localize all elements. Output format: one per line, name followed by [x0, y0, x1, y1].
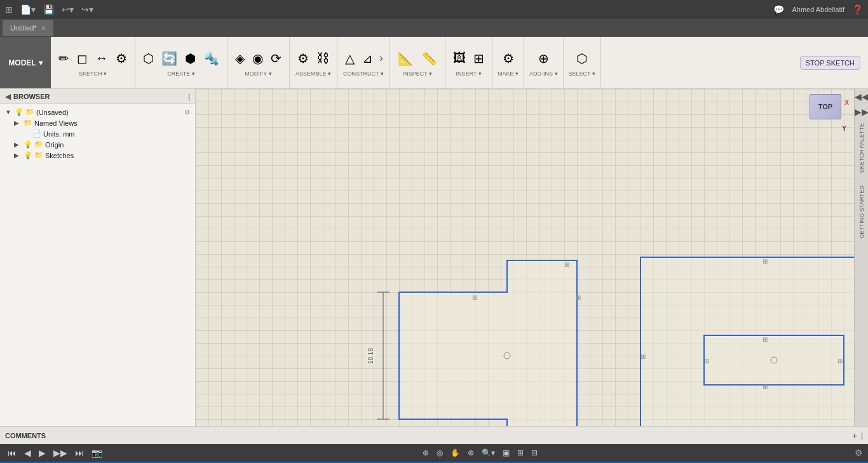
- assemble-icon1: ⚙: [297, 51, 309, 66]
- constraint-inner-bot: ⊞: [763, 383, 768, 390]
- stop-sketch-button[interactable]: STOP SKETCH: [800, 56, 860, 70]
- sketch-palette-label[interactable]: SKETCH PALETTE: [857, 119, 866, 177]
- sketch-line-btn[interactable]: ✏: [56, 49, 72, 68]
- create-extrude-btn[interactable]: ⬡: [140, 49, 156, 68]
- construct-icon1: △: [345, 51, 355, 66]
- create-pipe-btn[interactable]: ⬢: [182, 49, 198, 68]
- sketch-dim-btn[interactable]: ↔: [93, 49, 111, 67]
- modify-btn1[interactable]: ◈: [233, 49, 247, 68]
- tree-item-units[interactable]: 📄 Units: mm: [20, 128, 193, 139]
- panel-arrow-right[interactable]: ▶▶: [852, 104, 869, 119]
- chat-icon[interactable]: 💬: [773, 4, 784, 15]
- insert-icon2: ⊞: [473, 51, 484, 66]
- save-icon[interactable]: 💾: [43, 4, 54, 15]
- inspect-btn1[interactable]: 📐: [395, 49, 416, 68]
- browser-tree: ▼ 💡 📁 (Unsaved) ⚙ ▶ 📁 Named Views 📄 Unit…: [0, 104, 195, 426]
- canvas-area[interactable]: ⊞ ⊞ ⊞ ⊞ ⊞ ⊞ ⊞ ⊞ ⊞ ⊞ ⊞ ⊞ ⊞ ⊞ 10.18 TOP X …: [196, 89, 868, 426]
- comments-label: COMMENTS: [5, 432, 46, 440]
- playback-next-icon[interactable]: ▶▶: [51, 446, 70, 459]
- constraint-left-r: ⊞: [641, 353, 646, 360]
- construct-btn2[interactable]: ⊿: [360, 49, 376, 68]
- toolbar-group-sketch: ✏ ◻ ↔ ⚙ SKETCH ▾: [51, 37, 135, 88]
- construct-group-label: CONSTRUCT ▾: [343, 70, 384, 77]
- sketch-extra-btn[interactable]: ⚙: [113, 49, 130, 68]
- display1-icon[interactable]: ▣: [500, 447, 512, 459]
- construct-arrow[interactable]: ›: [378, 50, 384, 66]
- zoom2-tool-icon[interactable]: 🔍▾: [479, 447, 498, 459]
- constraint-right-l: ⊞: [576, 294, 581, 301]
- file-menu-icon[interactable]: 📄▾: [20, 4, 36, 15]
- create-group-label: CREATE ▾: [167, 70, 194, 77]
- select-icon1: ⬡: [576, 51, 587, 66]
- tree-arrow-root: ▼: [5, 109, 13, 116]
- collapse-sidebar-icon[interactable]: ◀: [5, 92, 11, 101]
- tab-close-button[interactable]: ✕: [41, 25, 46, 32]
- playback-end-icon[interactable]: ⏭: [72, 446, 86, 459]
- viewcube-top-face[interactable]: TOP: [810, 94, 841, 119]
- sketch-arc-btn[interactable]: ◻: [74, 49, 90, 68]
- help-icon[interactable]: ❓: [852, 4, 863, 15]
- viewcube[interactable]: TOP X Y: [810, 94, 848, 138]
- select-group-label: SELECT ▾: [569, 70, 595, 77]
- assemble-tools: ⚙ ⛓: [295, 49, 332, 68]
- bottom-toolbar: ⏮ ◀ ▶ ▶▶ ⏭ 📷 ⊕ ◎ ✋ ⊕ 🔍▾ ▣ ⊞ ⊟ ⚙: [0, 444, 868, 462]
- playback-play-icon[interactable]: ▶: [36, 446, 48, 459]
- getting-started-label[interactable]: GETTING STARTED: [857, 182, 866, 243]
- constraint-top-right-l: ⊞: [564, 261, 569, 268]
- construct-btn1[interactable]: △: [342, 49, 357, 68]
- constraint-top-left: ⊞: [472, 294, 477, 301]
- make-btn1[interactable]: ⚙: [500, 49, 517, 68]
- sketch-tools: ✏ ◻ ↔ ⚙: [56, 49, 130, 68]
- inspect-icon1: 📐: [398, 51, 414, 66]
- topbar-right: 💬 Ahmed Abdellatif ❓: [773, 4, 863, 15]
- tree-item-sketches[interactable]: ▶ 💡 📁 Sketches: [11, 150, 193, 161]
- modify-btn2[interactable]: ◉: [250, 49, 266, 68]
- comments-add-icon[interactable]: +: [852, 431, 857, 441]
- tree-settings-icon[interactable]: ⚙: [184, 109, 190, 116]
- toolbar-group-addins: ⊕ ADD-INS ▾: [524, 37, 564, 88]
- model-mode-button[interactable]: MODEL ▾: [0, 37, 51, 88]
- assemble-btn1[interactable]: ⚙: [295, 49, 311, 68]
- construct-tools: △ ⊿ ›: [342, 49, 384, 68]
- inspect-btn2[interactable]: 📏: [419, 49, 440, 68]
- x-axis-label: X: [844, 99, 849, 106]
- user-menu[interactable]: Ahmed Abdellatif: [792, 6, 844, 13]
- camera-icon[interactable]: 📷: [89, 446, 105, 459]
- assemble-btn2[interactable]: ⛓: [314, 49, 332, 67]
- toolbar-group-select: ⬡ SELECT ▾: [564, 37, 601, 88]
- redo-icon[interactable]: ↪▾: [81, 4, 93, 15]
- pan-tool-icon[interactable]: ✋: [448, 447, 463, 459]
- settings-gear-icon[interactable]: ⚙: [855, 448, 863, 458]
- make-icon1: ⚙: [503, 51, 514, 66]
- zoom-tool-icon[interactable]: ⊕: [465, 447, 477, 459]
- insert-btn2[interactable]: ⊞: [471, 49, 487, 68]
- playback-prev-icon[interactable]: ◀: [22, 446, 34, 459]
- constraint-top-r: ⊞: [763, 258, 768, 265]
- modify-btn3[interactable]: ⟳: [268, 49, 284, 68]
- active-tab[interactable]: Untitled* ✕: [3, 20, 53, 36]
- comments-collapse-icon[interactable]: |: [861, 431, 863, 440]
- toolbar-group-create: ⬡ 🔄 ⬢ 🔩 CREATE ▾: [135, 37, 227, 88]
- panel-arrow-left[interactable]: ◀◀: [852, 89, 869, 104]
- tree-item-named-views[interactable]: ▶ 📁 Named Views: [11, 117, 193, 128]
- display3-icon[interactable]: ⊟: [529, 447, 540, 459]
- undo-icon[interactable]: ↩▾: [62, 4, 74, 15]
- select-tool-icon[interactable]: ⊕: [420, 447, 431, 459]
- display2-icon[interactable]: ⊞: [515, 447, 526, 459]
- orbit-tool-icon[interactable]: ◎: [434, 447, 445, 459]
- constraint-inner-top: ⊞: [763, 336, 768, 343]
- insert-btn1[interactable]: 🖼: [451, 49, 468, 67]
- apps-grid-icon[interactable]: ⊞: [5, 4, 13, 15]
- browser-header: ◀ BROWSER |: [0, 89, 195, 104]
- addins-icon1: ⊕: [538, 51, 549, 66]
- tree-item-root[interactable]: ▼ 💡 📁 (Unsaved) ⚙: [3, 107, 193, 117]
- browser-controls: |: [188, 92, 190, 101]
- addins-btn1[interactable]: ⊕: [536, 49, 552, 68]
- create-extra-btn[interactable]: 🔩: [201, 49, 222, 68]
- browser-collapse-icon[interactable]: |: [188, 92, 190, 101]
- create-revolve-btn[interactable]: 🔄: [159, 49, 180, 68]
- select-btn1[interactable]: ⬡: [574, 49, 590, 68]
- main-area: ◀ BROWSER | ▼ 💡 📁 (Unsaved) ⚙ ▶ 📁 Named …: [0, 89, 868, 426]
- tree-item-origin[interactable]: ▶ 💡 📁 Origin: [11, 139, 193, 150]
- playback-start-icon[interactable]: ⏮: [5, 446, 19, 459]
